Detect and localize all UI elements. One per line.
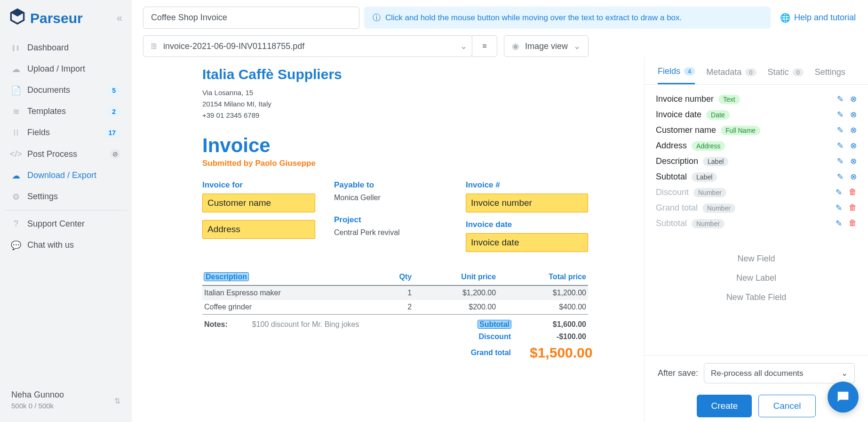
edit-icon[interactable]: ✎ [836,187,842,197]
sidebar-item-chat[interactable]: 💬Chat with us [5,235,127,256]
sidebar-item-templates[interactable]: ≋Templates2 [5,101,127,122]
field-row[interactable]: DescriptionLabel✎⊗ [652,154,860,169]
company-name: Italia Caffè Suppliers [202,66,588,82]
edit-icon[interactable]: ✎ [836,219,842,228]
file-select[interactable]: 🗎 invoice-2021-06-09-INV01118755.pdf ⌄ [143,35,472,57]
badge: 17 [104,128,120,138]
remove-icon[interactable]: ⊗ [850,94,857,104]
cell-total: $1,200.00 [498,285,588,300]
user-name: Neha Gunnoo [11,390,120,400]
cell-desc: Coffee grinder [202,300,378,314]
edit-icon[interactable]: ✎ [837,125,844,135]
after-save-select[interactable]: Re-process all documents ⌄ [704,363,855,383]
sidebar-item-download[interactable]: ☁Download / Export [5,165,127,186]
field-row[interactable]: Invoice numberText✎⊗ [652,91,860,107]
sidebar-item-settings[interactable]: ⚙Settings [5,186,127,207]
create-button[interactable]: Create [697,395,752,417]
field-row[interactable]: AddressAddress✎⊗ [652,138,860,154]
tab-metadata[interactable]: Metadata0 [706,66,756,84]
badge: 5 [107,86,120,95]
field-row[interactable]: SubtotalNumber✎🗑 [652,216,860,231]
user-menu-toggle-icon[interactable]: ⇅ [114,397,120,406]
tab-count: 4 [684,67,695,75]
collapse-sidebar-icon[interactable]: « [117,12,122,24]
remove-icon[interactable]: ⊗ [850,172,857,182]
edit-icon[interactable]: ✎ [837,172,844,182]
field-row[interactable]: SubtotalLabel✎⊗ [652,169,860,185]
gear-icon: ⚙ [11,192,21,202]
chat-widget[interactable] [828,381,859,413]
tab-label: Settings [815,67,845,77]
help-link[interactable]: 🌐 Help and tutorial [780,13,856,23]
highlight-customer-name[interactable]: Customer name [202,194,315,212]
edit-icon[interactable]: ✎ [837,94,844,104]
tab-fields[interactable]: Fields4 [658,66,695,84]
field-name: Invoice date [656,110,701,120]
sidebar-label: Post Process [27,149,77,159]
tab-settings[interactable]: Settings [815,66,845,84]
remove-icon[interactable]: ⊗ [850,156,857,166]
tab-static[interactable]: Static0 [768,66,804,84]
sidebar-item-postprocess[interactable]: </>Post Process⊘ [5,143,127,165]
sidebar-item-upload[interactable]: ☁Upload / Import [5,58,127,80]
cell-total: $400.00 [498,300,588,314]
remove-icon[interactable]: ⊗ [850,141,857,151]
submitted-by: Submitted by Paolo Giuseppe [202,159,588,168]
edit-icon[interactable]: ✎ [837,141,844,151]
cloud-download-icon: ☁ [11,171,21,180]
field-list: Invoice numberText✎⊗Invoice dateDate✎⊗Cu… [645,85,868,238]
items-table: Description Qty Unit price Total price I… [202,269,588,314]
notes-text: $100 discount for Mr. Bing jokes [247,320,440,329]
document-viewport[interactable]: Italia Caffè Suppliers Via Losanna, 15 2… [132,57,645,422]
document: Italia Caffè Suppliers Via Losanna, 15 2… [202,66,588,363]
field-row[interactable]: Customer nameFull Name✎⊗ [652,122,860,138]
remove-icon[interactable]: ⊗ [850,110,857,120]
delete-icon[interactable]: 🗑 [849,187,857,197]
tab-label: Static [768,67,789,77]
cell-qty: 2 [378,300,414,314]
edit-icon[interactable]: ✎ [836,203,842,213]
field-type-tag: Address [692,141,725,151]
help-icon: ? [11,219,21,229]
filter-button[interactable]: ≡ [472,35,497,57]
remove-icon[interactable]: ⊗ [850,125,857,135]
divider [5,210,127,211]
sel-description[interactable]: Description [204,273,248,281]
field-row[interactable]: Grand totalNumber✎🗑 [652,200,860,216]
highlight-address[interactable]: Address [202,220,315,239]
cell-unit: $200.00 [414,300,498,314]
sel-subtotal[interactable]: Subtotal [478,320,511,328]
highlight-invoice-number[interactable]: Invoice number [466,194,588,212]
sidebar-item-fields[interactable]: ⁞⁞Fields17 [5,122,127,143]
code-icon: </> [11,149,21,159]
new-table-field-button[interactable]: New Table Field [645,288,868,307]
field-type-tag: Number [693,188,726,197]
field-type-tag: Date [706,110,730,120]
sidebar-label: Fields [27,128,50,138]
subtotal-value: $1,600.00 [530,320,586,329]
user-info[interactable]: Neha Gunnoo 500k 0 / 500k ⇅ [0,383,132,416]
highlight-invoice-date[interactable]: Invoice date [466,233,588,252]
new-label-button[interactable]: New Label [645,268,868,288]
field-row[interactable]: Invoice dateDate✎⊗ [652,107,860,122]
sidebar-item-dashboard[interactable]: ⫿⫾Dashboard [5,37,127,58]
label-invoice-for: Invoice for [202,180,320,190]
template-title-input[interactable] [143,7,359,29]
info-banner: ⓘ Click and hold the mouse button while … [364,7,771,29]
brand-logo[interactable]: Parseur [9,8,83,28]
delete-icon[interactable]: 🗑 [849,219,857,228]
edit-icon[interactable]: ✎ [837,156,844,166]
after-save-label: After save: [658,368,698,378]
field-row[interactable]: DiscountNumber✎🗑 [652,185,860,200]
sidebar-item-support[interactable]: ?Support Center [5,213,127,235]
sidebar-label: Templates [27,106,66,116]
cancel-button[interactable]: Cancel [758,395,815,417]
sliders-icon: ⁞⁞ [11,128,21,138]
view-select[interactable]: ◉ Image view ⌄ [504,35,589,57]
delete-icon[interactable]: 🗑 [849,203,857,213]
discount-value: -$100.00 [530,333,586,341]
sidebar-item-documents[interactable]: 📄Documents5 [5,80,127,101]
badge: 2 [107,107,120,116]
new-field-button[interactable]: New Field [645,249,868,268]
edit-icon[interactable]: ✎ [837,110,844,120]
